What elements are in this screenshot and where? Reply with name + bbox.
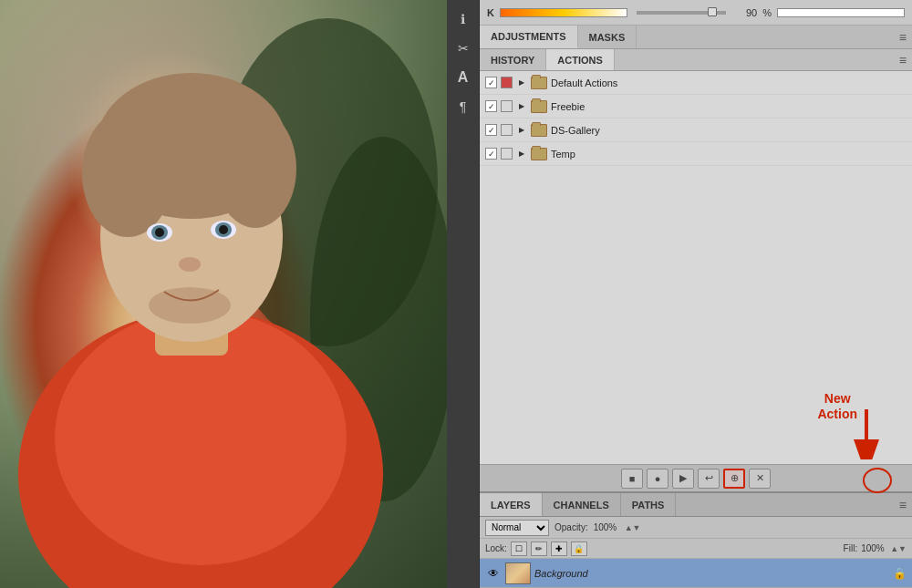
tab-masks[interactable]: MASKS bbox=[578, 26, 637, 48]
action-check-0[interactable]: ✓ bbox=[485, 77, 497, 88]
action-name-2: DS-Gallery bbox=[551, 125, 907, 136]
tab-adjustments[interactable]: ADJUSTMENTS bbox=[480, 26, 578, 48]
fill-arrows[interactable]: ▲▼ bbox=[890, 544, 907, 553]
adjustments-masks-tabbar: ADJUSTMENTS MASKS ≡ bbox=[480, 26, 912, 49]
fill-label: Fill: bbox=[844, 543, 858, 553]
lock-position-button[interactable]: ✚ bbox=[551, 542, 567, 556]
photo-area bbox=[0, 0, 447, 588]
svg-point-16 bbox=[149, 287, 231, 324]
action-folder-3 bbox=[531, 148, 547, 160]
layers-tabs-row: LAYERS CHANNELS PATHS ≡ bbox=[480, 493, 912, 517]
action-check-2[interactable]: ✓ bbox=[485, 124, 497, 136]
tab-layers[interactable]: LAYERS bbox=[480, 493, 543, 516]
layer-name: Background bbox=[534, 568, 889, 579]
action-check-3[interactable]: ✓ bbox=[485, 148, 497, 160]
svg-point-8 bbox=[214, 109, 296, 228]
list-item[interactable]: ✓ ▶ Temp bbox=[480, 142, 912, 166]
k-value: 90 bbox=[735, 7, 757, 18]
right-panels: K 90 % ADJUSTMENTS MASKS ≡ HISTORY ACTIO… bbox=[480, 0, 912, 588]
history-actions-tabbar: HISTORY ACTIONS ≡ bbox=[480, 49, 912, 71]
action-color-0 bbox=[501, 77, 513, 88]
list-item[interactable]: ✓ ▶ Default Actions bbox=[480, 71, 912, 95]
white-bar bbox=[777, 8, 905, 17]
action-color-1 bbox=[501, 100, 513, 112]
play-action-button[interactable]: ▶ bbox=[672, 469, 694, 489]
action-folder-0 bbox=[531, 77, 547, 89]
actions-toolbar: ■ ● ▶ ↩ ⊕ ✕ bbox=[480, 464, 912, 491]
type-tool-icon[interactable]: A bbox=[451, 66, 475, 89]
percent-label: % bbox=[762, 7, 772, 18]
action-color-3 bbox=[501, 148, 513, 160]
actions-panel-menu[interactable]: ≡ bbox=[894, 49, 912, 70]
action-name-1: Freebie bbox=[551, 101, 907, 112]
svg-point-15 bbox=[179, 257, 201, 272]
tab-history[interactable]: HISTORY bbox=[480, 49, 546, 70]
k-slider-track[interactable] bbox=[637, 11, 726, 15]
person-illustration bbox=[0, 0, 447, 588]
actions-panel: ✓ ▶ Default Actions ✓ ▶ Freebie ✓ ▶ DS-G… bbox=[480, 71, 912, 464]
color-area: K 90 % bbox=[480, 0, 912, 26]
annotation-container: NewAction ■ ● ▶ ↩ ⊕ ✕ bbox=[480, 464, 912, 491]
action-name-0: Default Actions bbox=[551, 77, 907, 88]
svg-point-13 bbox=[155, 228, 164, 237]
lock-label: Lock: bbox=[485, 543, 507, 553]
blend-mode-select[interactable]: Normal Multiply Screen bbox=[485, 520, 549, 536]
adjustments-panel-menu[interactable]: ≡ bbox=[894, 26, 912, 48]
action-folder-2 bbox=[531, 124, 547, 137]
action-check-1[interactable]: ✓ bbox=[485, 100, 497, 112]
svg-point-14 bbox=[219, 225, 228, 234]
layer-row-background[interactable]: 👁 Background 🔒 bbox=[480, 559, 912, 588]
info-tool-icon[interactable]: ℹ bbox=[451, 7, 475, 31]
tab-actions[interactable]: ACTIONS bbox=[546, 49, 615, 70]
action-folder-1 bbox=[531, 100, 547, 113]
paragraph-tool-icon[interactable]: ¶ bbox=[451, 95, 475, 119]
lock-all-button[interactable]: 🔒 bbox=[571, 542, 587, 556]
record-action-button[interactable]: ● bbox=[647, 469, 668, 489]
k-label: K bbox=[487, 7, 494, 18]
opacity-value: 100% bbox=[594, 522, 619, 532]
new-action-button[interactable]: ⊕ bbox=[723, 469, 745, 489]
fill-value: 100% bbox=[861, 543, 886, 553]
new-set-button[interactable]: ↩ bbox=[698, 469, 720, 489]
action-color-2 bbox=[501, 124, 513, 136]
lock-transparent-button[interactable]: ☐ bbox=[511, 542, 527, 556]
select-tool-icon[interactable]: ✂ bbox=[451, 36, 475, 60]
action-play-3[interactable]: ▶ bbox=[516, 149, 527, 160]
toolbar-strip: ℹ ✂ A ¶ bbox=[447, 0, 480, 588]
action-play-0[interactable]: ▶ bbox=[516, 77, 527, 88]
tab-paths[interactable]: PATHS bbox=[621, 493, 677, 516]
delete-action-button[interactable]: ✕ bbox=[749, 469, 771, 489]
color-gradient-bar bbox=[500, 8, 627, 17]
layer-visibility-toggle[interactable]: 👁 bbox=[485, 565, 502, 582]
svg-point-7 bbox=[82, 109, 173, 237]
tab-channels[interactable]: CHANNELS bbox=[543, 493, 621, 516]
layer-lock-icon: 🔒 bbox=[893, 567, 907, 580]
k-slider-thumb[interactable] bbox=[708, 7, 717, 16]
layer-thumbnail bbox=[505, 562, 531, 584]
lock-row: Lock: ☐ ✏ ✚ 🔒 Fill: 100% ▲▼ bbox=[480, 539, 912, 559]
list-item[interactable]: ✓ ▶ Freebie bbox=[480, 95, 912, 119]
opacity-label: Opacity: bbox=[554, 522, 588, 532]
lock-image-button[interactable]: ✏ bbox=[531, 542, 547, 556]
action-play-1[interactable]: ▶ bbox=[516, 101, 527, 112]
stop-action-button[interactable]: ■ bbox=[621, 469, 643, 489]
action-name-3: Temp bbox=[551, 149, 907, 160]
opacity-arrows[interactable]: ▲▼ bbox=[625, 523, 641, 532]
layers-panel-menu[interactable]: ≡ bbox=[894, 493, 912, 516]
actions-empty-area bbox=[480, 166, 912, 239]
layers-section: LAYERS CHANNELS PATHS ≡ Normal Multiply … bbox=[480, 491, 912, 588]
list-item[interactable]: ✓ ▶ DS-Gallery bbox=[480, 119, 912, 142]
layers-options-row: Normal Multiply Screen Opacity: 100% ▲▼ bbox=[480, 517, 912, 539]
action-play-2[interactable]: ▶ bbox=[516, 125, 527, 136]
